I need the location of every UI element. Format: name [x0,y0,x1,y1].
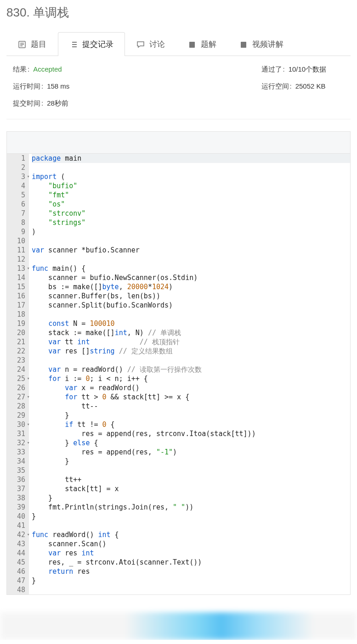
tab-discuss[interactable]: 讨论 [125,32,176,56]
code-line[interactable]: if tt != 0 { [32,420,350,429]
page-title: 830. 单调栈 [6,0,351,32]
line-number: 3 [11,172,25,181]
code-line[interactable]: var res []string // 定义结果数组 [32,347,350,356]
line-number: 46 [11,567,25,576]
code-line[interactable] [32,255,350,264]
tab-video[interactable]: 视频讲解 [228,32,295,56]
code-line[interactable]: stack[tt] = x [32,484,350,493]
code-line[interactable]: } [32,576,350,585]
code-line[interactable]: res = append(res, strconv.Itoa(stack[tt]… [32,429,350,438]
line-number: 28 [11,402,25,411]
result-row: 结果 Accepted [13,65,179,74]
code-line[interactable]: ) [32,227,350,236]
tabs: 题目 提交记录 讨论 题解 视频讲解 [6,32,351,56]
code-line[interactable]: func readWord() int { [32,530,350,539]
code-line[interactable]: scanner.Buffer(bs, len(bs)) [32,291,350,301]
code-line[interactable]: var x = readWord() [32,383,350,392]
line-number: 14 [11,273,25,282]
line-number: 27 [11,392,25,402]
line-number: 41 [11,521,25,530]
tab-solution[interactable]: 题解 [176,32,228,56]
pass-row: 通过了 10/10个数据 [179,65,327,74]
tab-label: 题目 [31,39,46,50]
pass-label: 通过了 [261,65,285,74]
code-line[interactable] [32,356,350,365]
line-number: 11 [11,246,25,255]
code-line[interactable]: res, _ = strconv.Atoi(scanner.Text()) [32,558,350,567]
code-line[interactable]: func main() { [32,264,350,273]
code-line[interactable]: return res [32,567,350,576]
code-line[interactable]: var scanner *bufio.Scanner [32,246,350,255]
code-line[interactable]: scanner = bufio.NewScanner(os.Stdin) [32,273,350,282]
code-line[interactable]: } [32,411,350,420]
result-label: 结果 [13,65,29,74]
code-line[interactable]: for i := 0; i < n; i++ { [32,374,350,383]
code-area[interactable]: package mainimport ( "bufio" "fmt" "os" … [29,154,350,594]
line-number: 42 [11,530,25,539]
code-line[interactable] [32,310,350,319]
code-line[interactable] [32,236,350,246]
code-line[interactable] [32,163,350,172]
line-number: 1 [11,154,25,163]
code-line[interactable]: package main [32,154,350,163]
code-line[interactable]: stack := make([]int, N) // 单调栈 [32,328,350,337]
code-line[interactable] [32,466,350,475]
code-line[interactable]: } else { [32,438,350,448]
code-line[interactable]: var tt int // 栈顶指针 [32,337,350,347]
line-number: 16 [11,291,25,301]
line-number: 39 [11,503,25,512]
code-line[interactable]: fmt.Println(strings.Join(res, " ")) [32,503,350,512]
line-number: 45 [11,558,25,567]
space-value: 25052 KB [295,82,326,91]
tab-problem[interactable]: 题目 [6,32,58,56]
code-editor[interactable]: 1234567891011121314151617181920212223242… [6,131,351,595]
svg-rect-10 [189,42,195,48]
tab-label: 讨论 [149,39,165,50]
submit-time-row: 提交时间 28秒前 [13,99,179,108]
code-line[interactable]: "fmt" [32,190,350,200]
line-number: 34 [11,457,25,466]
line-number: 35 [11,466,25,475]
line-number: 17 [11,301,25,310]
code-line[interactable]: "strings" [32,218,350,227]
code-line[interactable] [32,521,350,530]
line-number: 10 [11,236,25,246]
code-line[interactable]: var n = readWord() // 读取第一行操作次数 [32,365,350,374]
code-line[interactable]: } [32,457,350,466]
code-line[interactable]: "strconv" [32,209,350,218]
line-number: 22 [11,347,25,356]
line-number: 7 [11,209,25,218]
line-number: 23 [11,356,25,365]
code-line[interactable]: "os" [32,200,350,209]
space-label: 运行空间 [261,82,292,91]
code-line[interactable]: } [32,512,350,521]
line-number: 25 [11,374,25,383]
line-number: 5 [11,190,25,200]
code-line[interactable]: tt-- [32,402,350,411]
editor-body: 1234567891011121314151617181920212223242… [7,154,350,594]
doc-icon [18,41,26,48]
line-number: 30 [11,420,25,429]
code-line[interactable] [32,585,350,594]
tab-submissions[interactable]: 提交记录 [58,32,125,56]
line-number: 31 [11,429,25,438]
tab-label: 提交记录 [82,39,113,50]
code-line[interactable]: "bufio" [32,181,350,190]
code-line[interactable]: for tt > 0 && stack[tt] >= x { [32,392,350,402]
tab-label: 视频讲解 [252,39,283,50]
line-number: 48 [11,585,25,594]
code-line[interactable]: import ( [32,172,350,181]
submit-time-value: 28秒前 [47,99,68,108]
code-line[interactable]: var res int [32,549,350,558]
code-line[interactable]: scanner.Split(bufio.ScanWords) [32,301,350,310]
code-line[interactable]: tt++ [32,475,350,484]
code-line[interactable]: scanner.Scan() [32,539,350,549]
line-number: 12 [11,255,25,264]
code-line[interactable]: res = append(res, "-1") [32,448,350,457]
list-icon [69,41,78,48]
code-line[interactable]: } [32,493,350,503]
code-line[interactable]: bs := make([]byte, 20000*1024) [32,282,350,291]
line-number: 4 [11,181,25,190]
line-number: 24 [11,365,25,374]
code-line[interactable]: const N = 100010 [32,319,350,328]
